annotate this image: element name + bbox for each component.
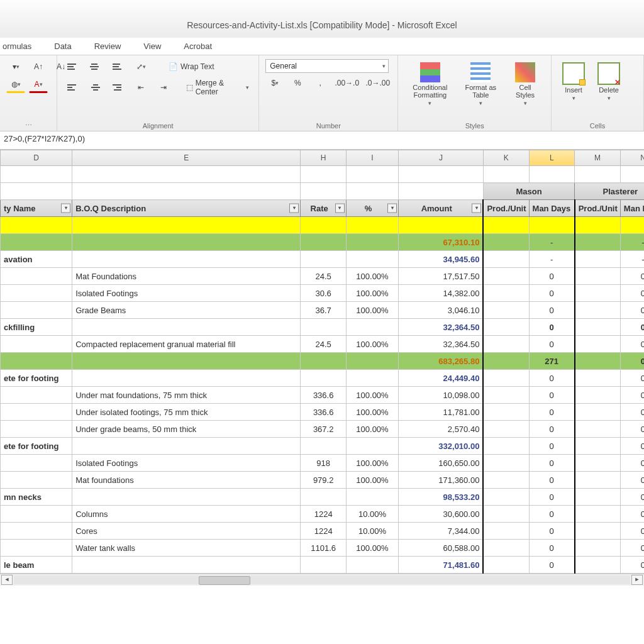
cell-activity[interactable]: avation xyxy=(1,251,72,268)
colhdr-l[interactable]: L xyxy=(529,150,575,166)
cell-pct[interactable] xyxy=(346,370,398,387)
table-row[interactable]: ete for footing24,449.4000 xyxy=(1,370,645,387)
colhdr-j[interactable]: J xyxy=(399,150,484,166)
cell-mason-days[interactable]: 0 xyxy=(529,489,575,506)
table-row[interactable]: ckfilling32,364.5000 xyxy=(1,319,645,336)
table-row[interactable]: Compacted replacement granual material f… xyxy=(1,336,645,353)
table-row[interactable]: mn necks98,533.2000 xyxy=(1,489,645,506)
cell-amount[interactable]: 332,010.00 xyxy=(399,438,484,455)
cell-pct[interactable] xyxy=(346,319,398,336)
colhdr-d[interactable]: D xyxy=(1,150,72,166)
cell-mason-prod[interactable] xyxy=(483,353,529,370)
table-row[interactable]: 67,310.10-- xyxy=(1,234,645,251)
scroll-track[interactable] xyxy=(14,575,630,584)
cell-activity[interactable] xyxy=(1,268,72,285)
cell-rate[interactable]: 367.2 xyxy=(301,421,347,438)
cell-mason-prod[interactable] xyxy=(483,438,529,455)
cell-rate[interactable] xyxy=(301,370,347,387)
cell-amount[interactable]: 32,364.50 xyxy=(399,319,484,336)
cell-activity[interactable]: le beam xyxy=(1,557,72,574)
cell-amount[interactable]: 7,344.00 xyxy=(399,523,484,540)
cell-amount[interactable]: 160,650.00 xyxy=(399,455,484,472)
cell-activity[interactable] xyxy=(1,353,72,370)
table-row[interactable]: le beam71,481.6000 xyxy=(1,557,645,574)
cell-boq[interactable]: Cores xyxy=(72,523,301,540)
hdr-boq[interactable]: B.O.Q Description▾ xyxy=(72,200,301,217)
cell-plasterer-prod[interactable] xyxy=(575,404,621,421)
cell-amount[interactable]: 10,098.00 xyxy=(399,387,484,404)
filter-icon[interactable]: ▾ xyxy=(335,204,345,213)
decrease-indent-icon[interactable]: ⇤ xyxy=(131,80,150,95)
cell-boq[interactable] xyxy=(72,251,301,268)
font-size-combo[interactable]: ▾ xyxy=(6,59,25,74)
align-middle-icon[interactable] xyxy=(86,59,105,74)
scroll-thumb[interactable] xyxy=(199,576,250,585)
cell-mason-prod[interactable] xyxy=(483,523,529,540)
cell-pct[interactable]: 100.00% xyxy=(346,268,398,285)
cell-plasterer-days[interactable]: 0 xyxy=(620,523,644,540)
cell-mason-days[interactable]: 0 xyxy=(529,523,575,540)
cell-amount[interactable]: 71,481.60 xyxy=(399,557,484,574)
cell-amount[interactable]: 30,600.00 xyxy=(399,506,484,523)
cell-mason-days[interactable]: 0 xyxy=(529,285,575,302)
hdr-produnit-1[interactable]: Prod./Unit xyxy=(483,200,529,217)
cell-mason-days[interactable]: 0 xyxy=(529,387,575,404)
cell-mason-prod[interactable] xyxy=(483,455,529,472)
cell-mason-days[interactable]: 0 xyxy=(529,455,575,472)
cell-pct[interactable]: 100.00% xyxy=(346,540,398,557)
cell-boq[interactable]: Columns xyxy=(72,506,301,523)
cell-plasterer-prod[interactable] xyxy=(575,302,621,319)
cell-mason-days[interactable]: 271 xyxy=(529,353,575,370)
cell-boq[interactable]: Compacted replacement granual material f… xyxy=(72,336,301,353)
cell-boq[interactable] xyxy=(72,438,301,455)
table-row[interactable]: Under mat foundations, 75 mm thick336.61… xyxy=(1,387,645,404)
cell-mason-days[interactable]: 0 xyxy=(529,421,575,438)
align-center-icon[interactable] xyxy=(86,80,105,95)
cell-boq[interactable]: Under grade beams, 50 mm thick xyxy=(72,421,301,438)
cell-activity[interactable] xyxy=(1,302,72,319)
cell-plasterer-days[interactable]: 0 xyxy=(620,421,644,438)
cell-mason-days[interactable]: - xyxy=(529,251,575,268)
cell-plasterer-prod[interactable] xyxy=(575,523,621,540)
cell-activity[interactable] xyxy=(1,472,72,489)
horizontal-scrollbar[interactable]: ◄ ► xyxy=(0,574,644,586)
cell-amount[interactable]: 98,533.20 xyxy=(399,489,484,506)
cell-amount[interactable]: 3,046.10 xyxy=(399,302,484,319)
cell-plasterer-days[interactable]: 0 xyxy=(620,489,644,506)
cell-rate[interactable]: 918 xyxy=(301,455,347,472)
scroll-left-icon[interactable]: ◄ xyxy=(1,575,13,585)
cell-mason-prod[interactable] xyxy=(483,472,529,489)
cell-rate[interactable] xyxy=(301,217,347,234)
cell-plasterer-days[interactable]: 0 xyxy=(620,472,644,489)
colhdr-i[interactable]: I xyxy=(346,150,398,166)
colhdr-h[interactable]: H xyxy=(301,150,347,166)
colhdr-n[interactable]: N xyxy=(620,150,644,166)
cell-activity[interactable]: mn necks xyxy=(1,489,72,506)
cell-activity[interactable] xyxy=(1,336,72,353)
cell-plasterer-prod[interactable] xyxy=(575,234,621,251)
cell-plasterer-days[interactable]: 0 xyxy=(620,404,644,421)
spreadsheet-grid[interactable]: D E H I J K L M N Mason Plasterer ty Nam… xyxy=(0,150,644,574)
cell-rate[interactable]: 1224 xyxy=(301,506,347,523)
format-as-table-button[interactable]: Format as Table xyxy=(458,59,503,109)
cell-activity[interactable] xyxy=(1,455,72,472)
cell-mason-prod[interactable] xyxy=(483,557,529,574)
cell-mason-prod[interactable] xyxy=(483,234,529,251)
cell-rate[interactable]: 1101.6 xyxy=(301,540,347,557)
cell-plasterer-prod[interactable] xyxy=(575,336,621,353)
cell-plasterer-days[interactable]: 0 xyxy=(620,268,644,285)
cell-mason-prod[interactable] xyxy=(483,217,529,234)
cell-plasterer-days[interactable]: - xyxy=(620,251,644,268)
cell-amount[interactable]: 34,945.60 xyxy=(399,251,484,268)
orientation-icon[interactable]: ⤢ xyxy=(131,59,150,74)
cell-boq[interactable] xyxy=(72,234,301,251)
cell-mason-days[interactable]: 0 xyxy=(529,268,575,285)
cell-plasterer-days[interactable]: 0 xyxy=(620,302,644,319)
filter-icon[interactable]: ▾ xyxy=(387,204,397,213)
cell-mason-prod[interactable] xyxy=(483,404,529,421)
cell-plasterer-days[interactable]: 0 xyxy=(620,506,644,523)
increase-decimal-icon[interactable]: .00→.0 xyxy=(333,75,360,91)
menu-review[interactable]: Review xyxy=(94,42,121,51)
cell-mason-prod[interactable] xyxy=(483,387,529,404)
cell-rate[interactable] xyxy=(301,251,347,268)
